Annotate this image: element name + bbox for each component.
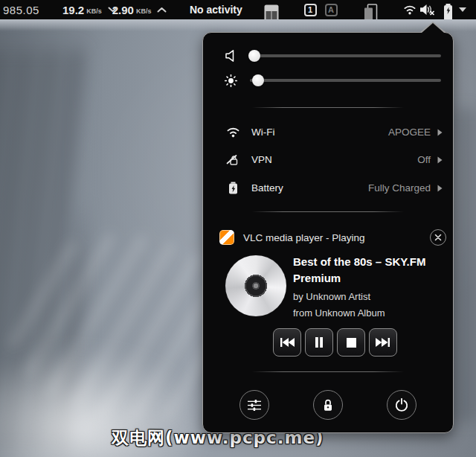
- activity-indicator[interactable]: No activity: [190, 0, 242, 19]
- speaker-muted-icon: [222, 50, 239, 62]
- top-bar: 985.05 19.2KB/s 2.90KB/s No activity 1 A: [0, 0, 476, 19]
- input-method-letter: A: [325, 4, 338, 16]
- menu-item-vpn[interactable]: VPN Off: [225, 146, 443, 173]
- submenu-arrow-icon: [437, 129, 443, 136]
- track-info: Best of the 80s – SKY.FM Premium by Unkn…: [293, 254, 457, 321]
- battery-icon: [225, 182, 240, 194]
- next-track-button[interactable]: [369, 328, 397, 357]
- workspace-indicator[interactable]: 1: [303, 0, 317, 19]
- input-method-indicator[interactable]: A: [324, 0, 338, 19]
- separator: [252, 211, 404, 212]
- lock-button[interactable]: [313, 390, 343, 420]
- windows-overview-icon[interactable]: [361, 0, 381, 19]
- menu-item-battery[interactable]: Battery Fully Charged: [225, 174, 443, 202]
- menu-caret-icon[interactable]: [457, 0, 469, 19]
- brightness-slider-knob[interactable]: [252, 74, 264, 86]
- brightness-slider-row: [222, 70, 441, 91]
- volume-slider-track[interactable]: [250, 54, 441, 57]
- touchpad-icon[interactable]: [263, 0, 280, 19]
- net-down-value: 19.2: [62, 4, 84, 16]
- brightness-slider-track[interactable]: [250, 79, 441, 82]
- wifi-icon[interactable]: [402, 0, 418, 19]
- net-down-unit: KB/s: [86, 7, 102, 15]
- pause-button[interactable]: [305, 328, 333, 357]
- menu-item-label: Wi-Fi: [251, 127, 274, 138]
- power-button[interactable]: [387, 390, 416, 420]
- volume-muted-icon[interactable]: [418, 0, 437, 19]
- stop-button[interactable]: [337, 328, 365, 357]
- menu-item-label: VPN: [251, 154, 272, 165]
- wifi-icon: [225, 127, 240, 138]
- system-action-buttons: [203, 390, 453, 420]
- media-controls: [273, 328, 397, 357]
- volume-slider[interactable]: [250, 48, 441, 63]
- brightness-icon: [222, 74, 239, 87]
- album-art: [225, 255, 288, 318]
- workspace-number: 1: [304, 4, 317, 16]
- track-title: Best of the 80s – SKY.FM Premium: [293, 254, 457, 287]
- previous-track-button[interactable]: [273, 328, 301, 357]
- brightness-slider[interactable]: [250, 73, 441, 88]
- menu-item-value: Fully Charged: [368, 182, 431, 194]
- submenu-arrow-icon: [437, 156, 443, 164]
- menu-item-value: APOGEE: [388, 127, 431, 138]
- system-monitor-applet[interactable]: 985.05: [3, 0, 39, 19]
- menu-item-wifi[interactable]: Wi-Fi APOGEE: [225, 118, 443, 146]
- battery-charging-icon[interactable]: [440, 0, 455, 19]
- submenu-arrow-icon: [437, 185, 443, 192]
- vlc-app-icon: [219, 230, 234, 245]
- separator: [252, 371, 404, 372]
- vpn-lock-icon: [225, 154, 240, 166]
- menu-item-value: Off: [417, 154, 431, 165]
- settings-button[interactable]: [239, 390, 269, 420]
- menu-item-label: Battery: [251, 182, 283, 194]
- network-speed-applet[interactable]: 19.2KB/s 2.90KB/s: [62, 0, 160, 19]
- media-app-title: VLC media player - Playing: [243, 232, 365, 243]
- separator: [252, 107, 404, 108]
- volume-slider-knob[interactable]: [248, 50, 260, 62]
- close-notification-button[interactable]: [430, 229, 446, 246]
- track-artist: by Unknown Artist: [293, 289, 457, 305]
- cd-disc-image: [225, 255, 286, 316]
- system-status-menu: Wi-Fi APOGEE VPN Off Battery Fully Charg…: [202, 32, 454, 433]
- net-up-unit: KB/s: [136, 7, 152, 15]
- media-notification-header[interactable]: VLC media player - Playing: [219, 228, 446, 246]
- volume-slider-row: [222, 45, 441, 66]
- track-album: from Unknown Album: [293, 305, 457, 322]
